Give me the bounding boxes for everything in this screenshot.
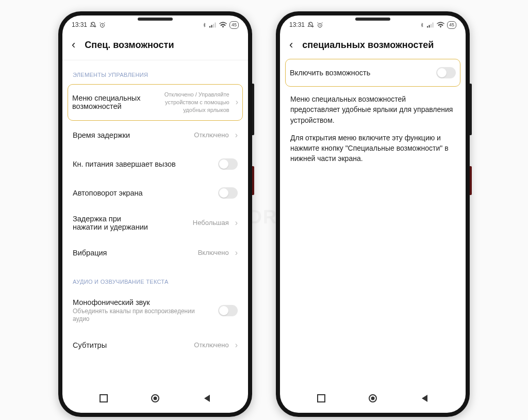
toggle-switch[interactable] xyxy=(218,305,238,316)
nav-bar xyxy=(280,387,466,413)
alarm-icon xyxy=(317,22,323,28)
header: ‹ Спец. возможности xyxy=(62,32,248,56)
back-nav-button[interactable] xyxy=(201,393,212,404)
row-subtitles[interactable]: Субтитры Отключено › xyxy=(69,331,242,360)
row-label: Включить возможность xyxy=(290,69,431,77)
row-label: Кн. питания завершает вызов xyxy=(73,160,213,168)
battery-indicator: 45 xyxy=(447,21,456,29)
row-value: Отключено xyxy=(194,341,228,349)
svg-rect-2 xyxy=(211,25,212,27)
clock: 13:31 xyxy=(72,21,87,28)
description-paragraph-2: Для открытия меню включите эту функцию и… xyxy=(286,125,459,164)
chevron-right-icon: › xyxy=(236,98,238,107)
toggle-switch[interactable] xyxy=(436,67,456,78)
row-value: Отключено / Управляйте устройством с пом… xyxy=(150,91,229,114)
row-power-end-call[interactable]: Кн. питания завершает вызов xyxy=(69,150,242,179)
section-header-audio: АУДИО И ОЗВУЧИВАНИЕ ТЕКСТА xyxy=(69,267,242,291)
wifi-icon xyxy=(437,22,444,28)
settings-list: ЭЛЕМЕНТЫ УПРАВЛЕНИЯ Меню специальных воз… xyxy=(62,60,248,387)
row-label: Монофонический звук xyxy=(73,298,213,306)
row-enable-feature[interactable]: Включить возможность xyxy=(285,59,460,87)
chevron-right-icon: › xyxy=(235,341,238,350)
screen-right: 13:31 45 ‹ специальных возможностей Вклю… xyxy=(280,15,466,413)
power-button xyxy=(252,166,254,195)
svg-point-15 xyxy=(371,397,375,400)
svg-rect-5 xyxy=(100,395,107,402)
row-touch-hold-delay[interactable]: Задержка при нажатии и удержании Небольш… xyxy=(69,207,242,238)
svg-rect-4 xyxy=(214,22,216,27)
page-title: Спец. возможности xyxy=(85,40,174,51)
home-button[interactable] xyxy=(367,393,378,404)
row-delay-time[interactable]: Время задержки Отключено › xyxy=(69,121,242,150)
status-bar: 13:31 45 xyxy=(62,15,248,32)
back-button[interactable]: ‹ xyxy=(289,39,293,51)
content-area: Включить возможность Меню специальных во… xyxy=(280,56,466,387)
svg-rect-10 xyxy=(428,25,430,27)
svg-rect-9 xyxy=(427,26,428,27)
row-value: Небольшая xyxy=(153,219,228,227)
chevron-right-icon: › xyxy=(235,248,238,257)
recents-button[interactable] xyxy=(98,393,109,404)
section-header-controls: ЭЛЕМЕНТЫ УПРАВЛЕНИЯ xyxy=(69,60,242,84)
row-value: Включено xyxy=(198,249,229,256)
svg-rect-13 xyxy=(318,395,325,402)
row-label: Автоповорот экрана xyxy=(73,189,213,197)
toggle-switch[interactable] xyxy=(218,158,238,170)
row-label: Меню специальных возможностей xyxy=(72,94,144,110)
bluetooth-icon xyxy=(202,22,207,28)
row-label: Вибрация xyxy=(73,249,193,257)
bluetooth-icon xyxy=(420,22,424,28)
row-accessibility-menu[interactable]: Меню специальных возможностей Отключено … xyxy=(68,84,243,121)
nav-bar xyxy=(62,387,248,413)
row-vibration[interactable]: Вибрация Включено › xyxy=(69,238,242,267)
chevron-right-icon: › xyxy=(235,131,238,140)
power-button xyxy=(470,166,472,195)
svg-rect-12 xyxy=(432,22,433,27)
row-label: Субтитры xyxy=(73,341,189,349)
screen-left: 13:31 45 ‹ Спец. возможности ЭЛЕМЕНТЫ УП… xyxy=(62,15,248,413)
back-button[interactable]: ‹ xyxy=(72,39,75,51)
volume-button xyxy=(252,84,254,135)
svg-point-7 xyxy=(154,397,157,400)
wifi-icon xyxy=(219,22,227,28)
phone-right: 13:31 45 ‹ специальных возможностей Вклю… xyxy=(276,11,470,417)
chevron-right-icon: › xyxy=(235,218,238,228)
row-label: Время задержки xyxy=(73,131,189,139)
signal-icon xyxy=(209,22,217,28)
row-autorotate[interactable]: Автоповорот экрана xyxy=(69,179,242,207)
header: ‹ специальных возможностей xyxy=(280,32,466,56)
row-value: Отключено xyxy=(194,131,228,139)
row-label: Задержка при нажатии и удержании xyxy=(73,215,148,231)
recents-button[interactable] xyxy=(316,393,327,404)
row-sublabel: Объединять каналы при воспроизведении ау… xyxy=(73,308,213,324)
signal-icon xyxy=(427,22,434,28)
dnd-icon xyxy=(90,22,96,28)
svg-rect-3 xyxy=(213,24,214,27)
alarm-icon xyxy=(99,22,106,28)
description-paragraph-1: Меню специальных возможностей предоставл… xyxy=(286,87,459,125)
back-nav-button[interactable] xyxy=(419,393,430,404)
status-bar: 13:31 45 xyxy=(280,15,466,32)
phone-left: 13:31 45 ‹ Спец. возможности ЭЛЕМЕНТЫ УП… xyxy=(58,11,252,417)
row-mono-audio[interactable]: Монофонический звук Объединять каналы пр… xyxy=(69,291,242,331)
volume-button xyxy=(470,84,472,135)
battery-indicator: 45 xyxy=(229,21,239,29)
svg-rect-11 xyxy=(431,24,432,27)
svg-rect-1 xyxy=(209,26,210,27)
clock: 13:31 xyxy=(289,21,305,28)
page-title: специальных возможностей xyxy=(302,40,434,51)
dnd-icon xyxy=(307,22,314,28)
home-button[interactable] xyxy=(150,393,161,404)
toggle-switch[interactable] xyxy=(218,187,238,199)
